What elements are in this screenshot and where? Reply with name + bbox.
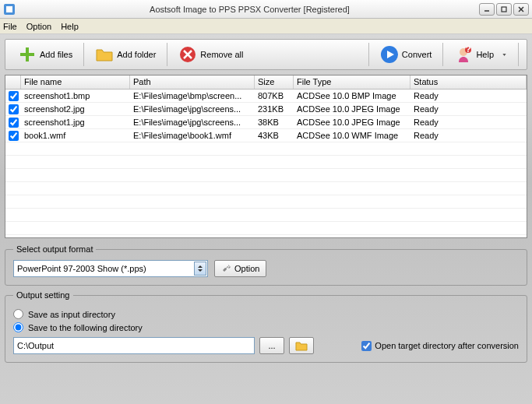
remove-all-button[interactable]: Remove all <box>171 42 251 67</box>
table-row[interactable]: screenshot1.bmpE:\Files\image\bmp\screen… <box>5 90 527 103</box>
output-format-group: Select output format PowerPoint 97-2003 … <box>5 244 527 286</box>
cell-path: E:\Files\image\jpg\screens... <box>130 104 255 114</box>
table-row[interactable]: screenshot2.jpgE:\Files\image\jpg\screen… <box>5 103 527 116</box>
cell-type: ACDSee 10.0 JPEG Image <box>294 117 410 128</box>
help-button[interactable]: ? Help <box>446 42 515 67</box>
cell-status: Ready <box>410 117 527 128</box>
cell-size: 807KB <box>255 90 294 101</box>
cell-status: Ready <box>410 104 527 114</box>
open-folder-button[interactable] <box>289 337 314 354</box>
cell-filename: book1.wmf <box>21 130 130 141</box>
column-header-check[interactable] <box>5 76 21 89</box>
plus-icon <box>18 45 37 64</box>
menu-help[interactable]: Help <box>61 22 79 31</box>
menubar: File Option Help <box>0 19 532 34</box>
cell-path: E:\Files\image\jpg\screens... <box>130 117 255 128</box>
toolbar: Add files Add folder Remove all Convert … <box>5 39 527 70</box>
svg-rect-1 <box>6 6 12 12</box>
table-row <box>5 182 527 195</box>
table-row <box>5 195 527 209</box>
convert-label: Convert <box>402 50 432 59</box>
menu-file[interactable]: File <box>3 22 17 31</box>
column-header-path[interactable]: Path <box>130 76 255 89</box>
column-header-filetype[interactable]: File Type <box>294 76 410 89</box>
open-after-label: Open target directory after conversion <box>375 341 519 350</box>
cell-size: 38KB <box>255 117 294 128</box>
window-title: Aostsoft Image to PPS PPSX Converter [Re… <box>20 5 479 14</box>
table-row <box>5 222 527 235</box>
column-header-size[interactable]: Size <box>255 76 294 89</box>
table-row <box>5 142 527 156</box>
file-table: File name Path Size File Type Status scr… <box>5 75 527 238</box>
combo-spinner-icon[interactable] <box>194 262 206 276</box>
add-files-button[interactable]: Add files <box>10 42 80 67</box>
maximize-button[interactable] <box>496 3 512 16</box>
table-header: File name Path Size File Type Status <box>5 76 527 90</box>
output-setting-legend: Output setting <box>13 290 73 300</box>
column-header-status[interactable]: Status <box>410 76 527 89</box>
cell-path: E:\Files\image\book1.wmf <box>130 130 255 141</box>
table-row[interactable]: screenshot1.jpgE:\Files\image\jpg\screen… <box>5 116 527 129</box>
cell-type: ACDSee 10.0 BMP Image <box>294 90 410 101</box>
browse-button[interactable]: ... <box>259 337 284 354</box>
cell-path: E:\Files\image\bmp\screen... <box>130 90 255 101</box>
cell-filename: screenshot1.bmp <box>21 90 130 101</box>
close-button[interactable] <box>513 3 529 16</box>
row-checkbox[interactable] <box>9 131 19 141</box>
svg-rect-3 <box>502 7 506 12</box>
cell-filename: screenshot2.jpg <box>21 104 130 114</box>
output-path-input[interactable] <box>13 337 255 354</box>
option-label: Option <box>234 264 259 273</box>
open-after-checkbox[interactable] <box>361 341 372 351</box>
save-input-label: Save as input directory <box>28 310 115 319</box>
chevron-down-icon <box>502 52 507 58</box>
cell-size: 231KB <box>255 104 294 114</box>
table-row <box>5 169 527 182</box>
save-following-label: Save to the following directory <box>28 323 143 332</box>
table-row <box>5 156 527 169</box>
remove-all-label: Remove all <box>200 50 243 59</box>
cell-type: ACDSee 10.0 JPEG Image <box>294 104 410 114</box>
wrench-icon <box>221 263 232 274</box>
app-icon <box>3 3 16 16</box>
column-header-filename[interactable]: File name <box>21 76 130 89</box>
table-row[interactable]: book1.wmfE:\Files\image\book1.wmf43KBACD… <box>5 129 527 142</box>
output-format-legend: Select output format <box>13 244 96 254</box>
add-folder-label: Add folder <box>117 50 156 59</box>
cell-size: 43KB <box>255 130 294 141</box>
format-combo[interactable]: PowerPoint 97-2003 Show (*.pps) <box>13 260 208 277</box>
cell-type: ACDSee 10.0 WMF Image <box>294 130 410 141</box>
convert-button[interactable]: Convert <box>372 42 440 67</box>
help-icon: ? <box>454 45 473 64</box>
add-folder-button[interactable]: Add folder <box>87 42 164 67</box>
titlebar: Aostsoft Image to PPS PPSX Converter [Re… <box>0 0 532 19</box>
table-row <box>5 209 527 222</box>
row-checkbox[interactable] <box>9 118 19 128</box>
cell-status: Ready <box>410 130 527 141</box>
cell-filename: screenshot1.jpg <box>21 117 130 128</box>
output-setting-group: Output setting Save as input directory S… <box>5 290 527 363</box>
remove-icon <box>178 45 197 64</box>
folder-icon <box>95 45 114 64</box>
row-checkbox[interactable] <box>9 104 19 114</box>
option-button[interactable]: Option <box>214 260 266 277</box>
folder-open-icon <box>295 340 308 351</box>
play-icon <box>380 45 399 64</box>
cell-status: Ready <box>410 90 527 101</box>
minimize-button[interactable] <box>479 3 495 16</box>
menu-option[interactable]: Option <box>26 22 51 31</box>
row-checkbox[interactable] <box>9 91 19 101</box>
svg-text:?: ? <box>466 45 471 54</box>
save-input-radio[interactable] <box>13 309 23 319</box>
help-label: Help <box>476 50 494 59</box>
save-following-radio[interactable] <box>13 322 23 332</box>
format-selected: PowerPoint 97-2003 Show (*.pps) <box>17 264 146 273</box>
add-files-label: Add files <box>40 50 72 59</box>
ellipsis-icon: ... <box>268 341 275 350</box>
